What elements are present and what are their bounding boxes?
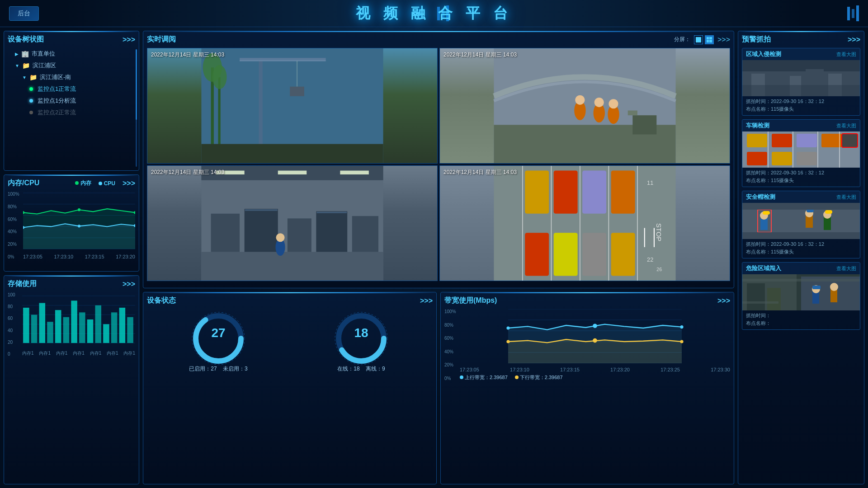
alert-img-3 bbox=[742, 274, 860, 310]
cpu-y-labels: 100% 80% 60% 40% 20% 0% bbox=[8, 192, 21, 259]
svg-rect-70 bbox=[554, 171, 578, 214]
video-grid: 2022年12月14日 星期三 14:03 bbox=[147, 48, 730, 281]
alert-header-3: 危险区域闯入 查看大图 bbox=[742, 263, 860, 274]
south-icon: 📁 bbox=[29, 74, 37, 81]
svg-rect-69 bbox=[525, 171, 549, 214]
device-tree-more[interactable]: >>> bbox=[123, 36, 135, 43]
svg-rect-137 bbox=[825, 210, 832, 214]
cpu-area bbox=[23, 224, 135, 249]
crane-svg bbox=[147, 48, 437, 163]
svg-rect-72 bbox=[611, 171, 635, 214]
video-cell-3[interactable]: 2022年12月14日 星期三 14:03 bbox=[147, 165, 438, 281]
video-timestamp-1: 2022年12月14日 星期三 14:03 bbox=[151, 51, 224, 59]
tree-scrollbar[interactable] bbox=[136, 49, 137, 167]
svg-rect-21 bbox=[95, 305, 101, 343]
svg-rect-14 bbox=[39, 303, 46, 343]
tree-scrollbar-thumb bbox=[136, 49, 137, 120]
svg-rect-25 bbox=[127, 317, 133, 343]
page-title: 视 频 融 合 平 台 bbox=[356, 4, 512, 23]
split-cell bbox=[696, 37, 701, 42]
device-tree-title: 设备树状图 >>> bbox=[8, 35, 135, 44]
svg-rect-71 bbox=[582, 171, 606, 214]
alert-view-btn-0[interactable]: 查看大图 bbox=[836, 51, 856, 58]
tree-item-pujiang[interactable]: ▼ 📁 滨江浦区 bbox=[8, 60, 135, 71]
alert-img-1 bbox=[742, 131, 860, 168]
svg-rect-13 bbox=[31, 315, 38, 343]
decor-bar-5 bbox=[852, 9, 854, 18]
cpu-x-labels: 17:23:05 17:23:10 17:23:15 17:23:20 bbox=[23, 254, 135, 259]
alert-header-2: 安全帽检测 查看大图 bbox=[742, 191, 860, 203]
svg-rect-55 bbox=[245, 209, 278, 252]
storage-title: 存储使用 >>> bbox=[8, 279, 135, 289]
mem-legend-dot bbox=[75, 181, 79, 185]
tree-item-pujiang-south[interactable]: ▼ 📁 滨江浦区-南 bbox=[8, 71, 135, 83]
video-cell-2[interactable]: 2022年12月14日 星期三 14:03 bbox=[439, 48, 730, 164]
svg-text:11: 11 bbox=[647, 180, 653, 186]
tree-item-point2-normal[interactable]: 监控点2正常流 bbox=[8, 107, 135, 118]
svg-rect-57 bbox=[316, 211, 347, 252]
storage-panel: 存储使用 >>> 100 80 60 40 20 0 bbox=[4, 275, 139, 484]
cpu-legend-dot bbox=[99, 182, 102, 185]
svg-text:STOP: STOP bbox=[655, 223, 662, 241]
bandwidth-more[interactable]: >>> bbox=[717, 297, 730, 305]
device-tree-panel: 设备树状图 >>> ▶ 🏢 市直单位 ▼ 📁 滨江浦区 bbox=[4, 31, 139, 171]
svg-rect-53 bbox=[201, 252, 383, 281]
svg-rect-58 bbox=[352, 216, 378, 252]
device-status-title: 设备状态 >>> bbox=[147, 296, 433, 305]
video-more[interactable]: >>> bbox=[717, 36, 730, 43]
svg-point-60 bbox=[276, 233, 285, 242]
city-icon: 🏢 bbox=[21, 50, 29, 57]
tree-arrow-south: ▼ bbox=[22, 75, 27, 80]
dot-blue-icon bbox=[29, 99, 33, 103]
video-cell-1[interactable]: 2022年12月14日 星期三 14:03 bbox=[147, 48, 438, 164]
tree-item-point1-normal[interactable]: 监控点1正常流 bbox=[8, 83, 135, 95]
alert-meta-2: 抓拍时间：2022-09-30 16：32：12 布点名称：115摄像头 bbox=[742, 239, 860, 258]
video-timestamp-2: 2022年12月14日 星期三 14:03 bbox=[443, 51, 517, 59]
svg-rect-23 bbox=[111, 312, 118, 343]
storage-more[interactable]: >>> bbox=[123, 281, 135, 288]
svg-text:26: 26 bbox=[656, 267, 662, 272]
video-cell-4[interactable]: STOP 11 22 26 2022年12月14日 星期三 14:03 bbox=[439, 165, 730, 281]
back-button[interactable]: 后台 bbox=[9, 6, 39, 21]
alert-img-0 bbox=[742, 60, 860, 96]
svg-rect-19 bbox=[79, 312, 85, 343]
svg-point-41 bbox=[575, 95, 585, 105]
svg-text:18: 18 bbox=[354, 326, 368, 340]
tree-arrow-city: ▶ bbox=[15, 52, 19, 56]
alert-view-btn-2[interactable]: 查看大图 bbox=[836, 194, 856, 201]
video-panel: 实时调阅 分屏： bbox=[143, 31, 734, 288]
content-area: 设备树状图 >>> ▶ 🏢 市直单位 ▼ 📁 滨江浦区 bbox=[0, 27, 868, 488]
split-4-button[interactable] bbox=[705, 35, 714, 44]
svg-rect-12 bbox=[23, 308, 29, 343]
tree-item-city[interactable]: ▶ 🏢 市直单位 bbox=[8, 48, 135, 60]
svg-rect-46 bbox=[632, 115, 656, 134]
alert-meta-1: 抓拍时间：2022-09-30 16：32：12 布点名称：115摄像头 bbox=[742, 168, 860, 187]
alert-more[interactable]: >>> bbox=[848, 36, 860, 43]
bandwidth-legend: 上行带宽：2.39687 下行带宽：2.39687 bbox=[460, 374, 730, 381]
alert-item-0: 区域入侵检测 查看大图 bbox=[742, 48, 860, 116]
header: 后台 视 频 融 合 平 台 bbox=[0, 0, 868, 27]
alert-item-3: 危险区域闯入 查看大图 bbox=[742, 262, 860, 330]
svg-rect-113 bbox=[742, 85, 860, 96]
dot-green-icon bbox=[29, 87, 33, 91]
workers-svg bbox=[440, 48, 730, 163]
svg-rect-37 bbox=[201, 144, 383, 163]
split-buttons bbox=[694, 35, 714, 44]
workers-thumbnail bbox=[742, 203, 860, 239]
donut-area: 27 已启用：27 未启用：3 bbox=[147, 309, 433, 373]
alert-view-btn-1[interactable]: 查看大图 bbox=[836, 122, 856, 129]
device-status-more[interactable]: >>> bbox=[420, 297, 433, 305]
donut-online-chart: 18 bbox=[332, 309, 391, 368]
split-4-icon bbox=[707, 37, 712, 42]
tree-item-point1-analysis[interactable]: 监控点1分析流 bbox=[8, 95, 135, 107]
svg-rect-139 bbox=[742, 232, 860, 239]
pujiang-icon: 📁 bbox=[22, 62, 30, 69]
alert-view-btn-3[interactable]: 查看大图 bbox=[836, 265, 856, 272]
svg-point-103 bbox=[593, 338, 597, 343]
split-1-button[interactable] bbox=[694, 35, 703, 44]
video-timestamp-4: 2022年12月14日 星期三 14:03 bbox=[443, 169, 517, 176]
svg-rect-142 bbox=[747, 283, 765, 310]
svg-point-101 bbox=[680, 325, 683, 328]
bw-x-labels: 17:23:05 17:23:10 17:23:15 17:23:20 17:2… bbox=[460, 367, 730, 372]
cpu-mem-more[interactable]: >>> bbox=[123, 180, 135, 187]
